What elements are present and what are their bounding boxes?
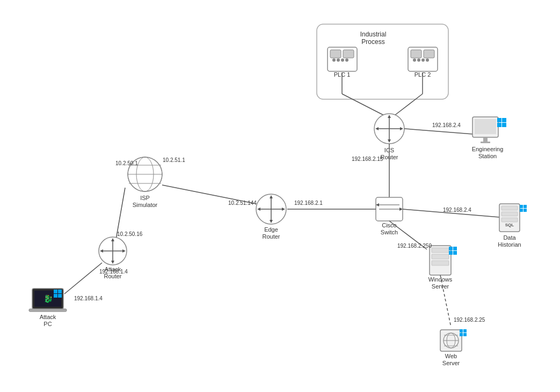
svg-rect-8	[424, 50, 434, 58]
isp-to-edge-line	[162, 185, 256, 204]
data-historian-label2: Historian	[498, 241, 521, 248]
svg-rect-64	[523, 209, 527, 212]
attack-pc-ip-right: 192.168.1.4	[74, 295, 103, 301]
cisco-switch-label2: Switch	[381, 229, 398, 235]
svg-rect-27	[497, 123, 501, 127]
svg-rect-69	[453, 247, 457, 250]
svg-rect-28	[502, 123, 506, 127]
svg-point-6	[345, 58, 348, 62]
svg-point-4	[337, 58, 340, 62]
svg-point-3	[332, 58, 336, 62]
svg-rect-1	[330, 50, 341, 58]
ics-router-ip: 192.168.2.15	[352, 156, 383, 162]
svg-rect-52	[29, 309, 67, 312]
attack-router-top-ip: 10.2.50.16	[117, 231, 143, 237]
svg-point-5	[341, 58, 344, 62]
svg-rect-58	[501, 212, 518, 216]
web-server-label1: Web	[445, 353, 457, 359]
svg-rect-7	[411, 50, 421, 58]
isp-simulator-label1: ISP	[140, 195, 150, 201]
svg-rect-54	[58, 290, 62, 293]
windows-server-ip: 192.168.2.250	[397, 243, 432, 249]
svg-rect-78	[463, 329, 467, 332]
svg-text:SQL: SQL	[505, 223, 514, 227]
svg-rect-67	[432, 261, 449, 265]
ics-to-eng-line	[404, 129, 472, 134]
web-server-label2: Server	[442, 360, 460, 366]
eng-station-label-line2: Station	[478, 153, 497, 159]
attack-router-bottom-ip: 192.168.1.4	[99, 269, 128, 275]
industrial-process-label: Industrial	[360, 31, 387, 38]
network-diagram: Industrial Process PLC 1 PLC 2 ICS Route…	[0, 0, 560, 392]
svg-point-9	[413, 58, 416, 62]
svg-rect-24	[481, 142, 490, 143]
svg-rect-66	[432, 254, 449, 259]
isp-right-ip: 10.2.51.1	[163, 157, 185, 163]
svg-rect-23	[483, 137, 488, 142]
svg-rect-53	[54, 290, 57, 293]
svg-point-10	[417, 58, 420, 62]
svg-rect-62	[523, 205, 527, 208]
svg-text:🐉: 🐉	[43, 294, 53, 304]
data-historian-label1: Data	[503, 234, 516, 241]
svg-rect-25	[497, 118, 501, 122]
data-historian-ip: 192.168.2.4	[443, 207, 471, 213]
svg-rect-22	[475, 119, 496, 134]
svg-rect-80	[463, 333, 467, 336]
svg-rect-55	[54, 294, 57, 298]
eng-station-label-line1: Engineering	[472, 146, 504, 152]
svg-rect-59	[501, 218, 518, 222]
svg-rect-71	[453, 251, 457, 255]
attack-router-to-pc-line	[64, 263, 102, 294]
edge-router-label2: Router	[262, 233, 280, 240]
svg-rect-79	[460, 333, 463, 336]
svg-rect-77	[460, 329, 463, 332]
windows-server-label2: Server	[432, 283, 449, 290]
svg-rect-70	[449, 251, 453, 255]
svg-rect-63	[520, 209, 523, 212]
svg-rect-61	[520, 205, 523, 208]
svg-rect-68	[449, 247, 453, 250]
svg-rect-2	[343, 50, 354, 58]
web-server-ip: 192.168.2.25	[454, 317, 485, 323]
svg-rect-56	[58, 294, 62, 298]
svg-rect-26	[502, 118, 506, 122]
attack-pc-label1: Attack	[40, 314, 56, 320]
eng-station-ip-label: 192.168.2.4	[432, 122, 461, 128]
isp-simulator-label2: Simulator	[133, 202, 158, 208]
edge-right-ip: 192.168.2.1	[294, 200, 323, 206]
svg-point-12	[426, 58, 429, 62]
svg-text:Process: Process	[361, 38, 384, 46]
svg-rect-65	[432, 248, 449, 253]
edge-router-label1: Edge	[264, 226, 278, 233]
svg-rect-57	[501, 206, 518, 210]
attack-pc-label2: PC	[43, 321, 52, 327]
isp-left-ip: 10.2.50.1	[115, 160, 138, 166]
svg-point-11	[421, 58, 425, 62]
